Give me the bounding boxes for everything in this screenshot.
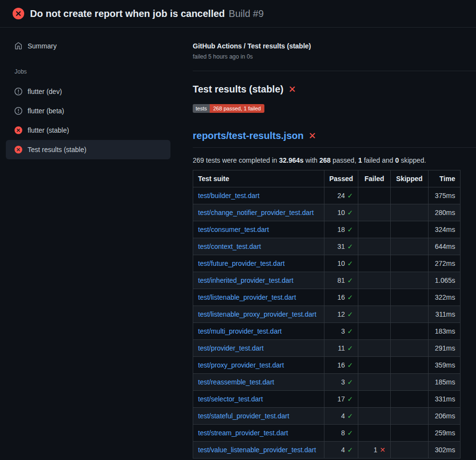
report-link[interactable]: reports/test-results.json — [193, 130, 304, 141]
skipped-cell — [391, 408, 429, 425]
check-title: Test results (stable) ✕ — [193, 84, 461, 95]
failed-cell — [358, 323, 391, 340]
summary-line: 269 tests were completed in 32.964s with… — [193, 156, 461, 164]
skipped-cell — [391, 238, 429, 255]
skipped-cell — [391, 425, 429, 442]
test-suite-link[interactable]: test/change_notifier_provider_test.dart — [198, 209, 314, 216]
time-cell: 322ms — [428, 289, 460, 306]
time-cell: 1.065s — [428, 272, 460, 289]
test-suite-link[interactable]: test/stateful_provider_test.dart — [198, 412, 289, 420]
time-cell: 206ms — [428, 408, 460, 425]
passed-cell: 81✓ — [324, 272, 358, 289]
job-label: Test results (stable) — [28, 146, 86, 153]
check-icon: ✓ — [347, 293, 353, 301]
table-header-row: Test suite Passed Failed Skipped Time — [193, 170, 461, 187]
check-icon: ✓ — [347, 446, 353, 454]
passed-cell: 16✓ — [324, 289, 358, 306]
test-suite-cell: test/listenable_provider_test.dart — [193, 289, 324, 306]
skipped-cell — [391, 323, 429, 340]
failed-cell — [358, 187, 391, 204]
skipped-cell — [391, 391, 429, 408]
home-icon — [15, 42, 22, 50]
job-label: flutter (dev) — [28, 88, 62, 95]
failed-cell — [358, 340, 391, 357]
table-row: test/selector_test.dart 17✓ 331ms — [193, 391, 461, 408]
time-cell: 183ms — [428, 323, 460, 340]
test-suite-cell: test/future_provider_test.dart — [193, 255, 324, 272]
status-line: failed 5 hours ago in 0s — [193, 53, 461, 60]
table-row: test/stateful_provider_test.dart 4✓ 206m… — [193, 408, 461, 425]
run-title: Do not create report when job is cancell… — [30, 8, 225, 19]
summary-label: Summary — [28, 42, 57, 50]
test-suite-link[interactable]: test/context_test.dart — [198, 243, 261, 250]
time-cell: 259ms — [428, 425, 460, 442]
test-suite-link[interactable]: test/inherited_provider_test.dart — [198, 276, 293, 284]
test-suite-link[interactable]: test/proxy_provider_test.dart — [198, 361, 284, 369]
jobs-section-label: Jobs — [6, 68, 170, 75]
failed-cell — [358, 238, 391, 255]
time-cell: 280ms — [428, 204, 460, 221]
neutral-status-icon — [15, 88, 22, 95]
test-suite-cell: test/selector_test.dart — [193, 391, 324, 408]
test-suite-cell: test/proxy_provider_test.dart — [193, 357, 324, 374]
table-row: test/multi_provider_test.dart 3✓ 183ms — [193, 323, 461, 340]
passed-cell: 31✓ — [324, 238, 358, 255]
failed-cell — [358, 289, 391, 306]
failed-cell — [358, 272, 391, 289]
page-title: Do not create report when job is cancell… — [30, 8, 264, 19]
table-row: test/change_notifier_provider_test.dart … — [193, 204, 461, 221]
passed-cell: 3✓ — [324, 323, 358, 340]
column-header-skipped: Skipped — [391, 170, 429, 187]
passed-cell: 3✓ — [324, 374, 358, 391]
sidebar-item-summary[interactable]: Summary — [6, 36, 170, 56]
badge-value: 268 passed, 1 failed — [210, 104, 264, 113]
table-row: test/listenable_proxy_provider_test.dart… — [193, 306, 461, 323]
main-content: GitHub Actions / Test results (stable) f… — [187, 28, 476, 460]
test-suite-cell: test/listenable_proxy_provider_test.dart — [193, 306, 324, 323]
badge-label: tests — [193, 104, 210, 113]
time-cell: 302ms — [428, 442, 460, 459]
check-icon: ✓ — [347, 344, 353, 352]
check-icon: ✓ — [347, 260, 353, 267]
table-row: test/stream_provider_test.dart 8✓ 259ms — [193, 425, 461, 442]
test-suite-link[interactable]: test/listenable_proxy_provider_test.dart — [198, 310, 316, 318]
test-suite-link[interactable]: test/stream_provider_test.dart — [198, 429, 288, 437]
time-cell: 644ms — [428, 238, 460, 255]
test-suite-link[interactable]: test/value_listenable_provider_test.dart — [198, 446, 316, 454]
skipped-cell — [391, 289, 429, 306]
sidebar: Summary Jobs flutter (dev) flutter (beta… — [0, 28, 187, 460]
check-icon: ✓ — [347, 429, 353, 437]
check-icon: ✓ — [347, 243, 353, 250]
test-suite-link[interactable]: test/provider_test.dart — [198, 344, 263, 352]
page: Do not create report when job is cancell… — [0, 0, 476, 460]
test-suite-link[interactable]: test/future_provider_test.dart — [198, 260, 285, 267]
sidebar-item-flutter-beta[interactable]: flutter (beta) — [6, 101, 170, 121]
table-row: test/builder_test.dart 24✓ 375ms — [193, 187, 461, 204]
tests-badge: tests 268 passed, 1 failed — [193, 104, 264, 113]
test-suite-link[interactable]: test/consumer_test.dart — [198, 226, 269, 233]
check-icon: ✓ — [347, 378, 353, 386]
test-suite-link[interactable]: test/listenable_provider_test.dart — [198, 293, 296, 301]
results-table: Test suite Passed Failed Skipped Time te… — [193, 170, 461, 459]
header: Do not create report when job is cancell… — [0, 0, 476, 28]
divider — [193, 71, 476, 71]
test-suite-link[interactable]: test/reassemble_test.dart — [198, 378, 274, 386]
test-suite-link[interactable]: test/selector_test.dart — [198, 395, 263, 403]
test-suite-cell: test/change_notifier_provider_test.dart — [193, 204, 324, 221]
test-suite-link[interactable]: test/multi_provider_test.dart — [198, 327, 282, 335]
job-label: flutter (stable) — [28, 126, 69, 134]
sidebar-item-flutter-stable[interactable]: flutter (stable) — [6, 121, 170, 140]
sidebar-item-test-results-stable[interactable]: Test results (stable) — [6, 140, 170, 159]
sidebar-item-flutter-dev[interactable]: flutter (dev) — [6, 82, 170, 101]
jobs-list: flutter (dev) flutter (beta) flutter (st… — [6, 82, 170, 159]
skipped-cell — [391, 306, 429, 323]
test-suite-link[interactable]: test/builder_test.dart — [198, 192, 260, 199]
build-number: Build #9 — [229, 8, 263, 19]
time-cell: 311ms — [428, 306, 460, 323]
report-title: reports/test-results.json ✕ — [193, 130, 476, 148]
skipped-cell — [391, 272, 429, 289]
failed-cell: 1✕ — [358, 442, 391, 459]
table-row: test/provider_test.dart 11✓ 291ms — [193, 340, 461, 357]
passed-cell: 12✓ — [324, 306, 358, 323]
skipped-cell — [391, 204, 429, 221]
